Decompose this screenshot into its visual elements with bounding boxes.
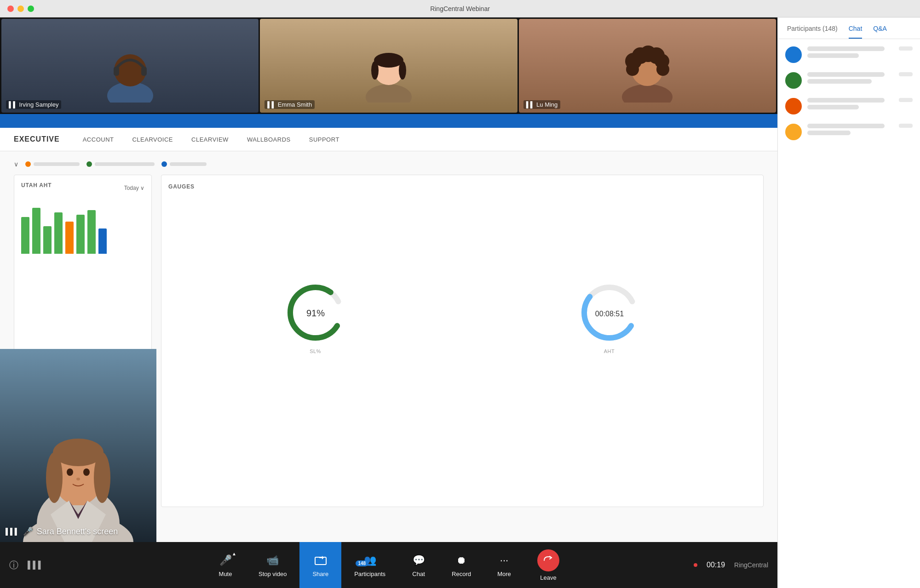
participants-badge: 148	[356, 560, 368, 566]
main-container: ▌▌ Irving Sampley ▌▌	[0, 17, 920, 588]
chevron-icon[interactable]: ∨	[14, 160, 18, 168]
chat-bubble-3	[807, 98, 893, 109]
mute-label: Mute	[219, 571, 232, 577]
blue-dot	[161, 161, 167, 167]
nav-clearvoice[interactable]: CLEARVOICE	[132, 136, 173, 143]
participants-button[interactable]: 👥 148 Participants	[341, 542, 398, 588]
app-brand: EXECUTIVE	[14, 135, 60, 143]
mute-button[interactable]: 🎤 ▲ Mute	[205, 542, 246, 588]
chat-message-2	[785, 72, 913, 89]
brand-label: RingCentral	[734, 561, 768, 569]
green-bar	[95, 162, 155, 166]
signal-bars-toolbar: ▌▌▌	[28, 561, 43, 569]
maximize-button[interactable]	[28, 6, 34, 12]
stop-video-label: Stop video	[259, 571, 287, 577]
orange-bar	[34, 162, 80, 166]
mute-icon: 🎤 ▲	[218, 553, 233, 568]
more-label: More	[497, 571, 511, 577]
bar-6	[76, 215, 85, 254]
record-icon: ⏺	[454, 553, 469, 568]
video-icon: 📹	[265, 553, 280, 568]
bar-4	[54, 212, 63, 254]
tab-qa[interactable]: Q&A	[873, 25, 887, 39]
chat-message-4	[785, 124, 913, 140]
gauge-sl-svg: 91%	[283, 280, 348, 345]
participant-video-1: ▌▌ Irving Sampley	[1, 19, 259, 113]
minimize-button[interactable]	[17, 6, 24, 12]
svg-rect-2	[114, 67, 119, 76]
chat-message-1	[785, 46, 913, 63]
chat-bubble-2	[807, 72, 893, 84]
signal-bars-icon: ▌▌▌	[6, 528, 19, 535]
nav-account[interactable]: ACCOUNT	[83, 136, 114, 143]
participant-video-3: ▌▌ Lu Ming	[519, 19, 776, 113]
chat-button[interactable]: 💬 Chat	[398, 542, 439, 588]
svg-point-8	[399, 61, 406, 80]
rec-dot	[694, 563, 697, 567]
bar-7	[87, 210, 96, 254]
bar-1	[21, 217, 29, 254]
blue-bar	[170, 162, 207, 166]
participant-avatar-1	[103, 29, 158, 103]
signal-icon-3: ▌▌	[526, 101, 535, 108]
presenter-svg	[0, 349, 156, 542]
svg-point-9	[622, 84, 673, 103]
chat-avatar-4	[785, 124, 802, 140]
gauge-sl-label: SL%	[310, 348, 321, 354]
participant-name-2: ▌▌ Emma Smith	[264, 100, 315, 109]
share-button[interactable]: Share	[299, 542, 341, 588]
screen-share-area: EXECUTIVE ACCOUNT CLEARVOICE CLEARVIEW W…	[0, 114, 777, 542]
svg-point-6	[374, 53, 403, 68]
bar-8	[98, 228, 107, 254]
share-label: Share	[312, 571, 328, 577]
widget-gauges-title: GAUGES	[168, 183, 195, 190]
tab-participants[interactable]: Participants (148)	[787, 25, 838, 39]
toolbar-left: ⓘ ▌▌▌	[9, 559, 43, 571]
widget-utah-header: UTAH AHT Today ∨	[21, 182, 144, 194]
chat-avatar-1	[785, 46, 802, 63]
toolbar: ⓘ ▌▌▌ 🎤 ▲ Mute 📹 Stop video	[0, 542, 777, 588]
chat-line-2b	[807, 79, 872, 84]
chat-avatar-2	[785, 72, 802, 89]
participants-icon: 👥 148	[362, 553, 377, 568]
window-title: RingCentral Webinar	[430, 5, 490, 12]
participant-bg-3	[519, 19, 776, 113]
shared-screen: EXECUTIVE ACCOUNT CLEARVOICE CLEARVIEW W…	[0, 114, 777, 542]
participants-label: Participants	[354, 571, 385, 577]
leave-button[interactable]: Leave	[524, 542, 572, 588]
nav-wallboards[interactable]: WALLBOARDS	[247, 136, 291, 143]
more-button[interactable]: ··· More	[484, 542, 524, 588]
window-controls	[7, 6, 34, 12]
presenter-overlay: ▌▌▌ 🎤 Sara Bennett's screen	[0, 349, 156, 542]
svg-point-33	[83, 468, 90, 476]
svg-point-34	[76, 478, 80, 480]
mic-icon: 🎤	[23, 526, 33, 537]
svg-text:00:08:51: 00:08:51	[595, 310, 623, 318]
app-nav: EXECUTIVE ACCOUNT CLEARVOICE CLEARVIEW W…	[0, 128, 777, 151]
record-button[interactable]: ⏺ Record	[439, 542, 484, 588]
record-label: Record	[452, 571, 471, 577]
right-panel: Participants (148) Chat Q&A	[777, 17, 920, 588]
chat-bubble-4	[807, 124, 893, 135]
nav-support[interactable]: SUPPORT	[309, 136, 339, 143]
filter-badge-blue	[161, 161, 207, 167]
app-header	[0, 114, 777, 128]
panel-content	[778, 39, 920, 588]
signal-icon-1: ▌▌	[9, 101, 17, 108]
bar-3	[43, 226, 52, 254]
chat-lines-1	[807, 46, 893, 58]
timer: 00:19	[707, 561, 725, 569]
svg-point-32	[67, 468, 73, 476]
widget-today[interactable]: Today ∨	[124, 185, 144, 191]
stop-video-button[interactable]: 📹 Stop video	[246, 542, 299, 588]
tab-chat[interactable]: Chat	[849, 25, 862, 39]
chat-lines-2	[807, 72, 893, 84]
info-icon[interactable]: ⓘ	[9, 559, 18, 571]
leave-btn-circle[interactable]	[537, 549, 559, 571]
chat-line-1a	[807, 46, 885, 51]
chat-line-4b	[807, 131, 851, 135]
close-button[interactable]	[7, 6, 14, 12]
arrow-up-icon: ▲	[232, 551, 236, 556]
nav-clearview[interactable]: CLEARVIEW	[191, 136, 229, 143]
svg-rect-3	[141, 67, 147, 76]
